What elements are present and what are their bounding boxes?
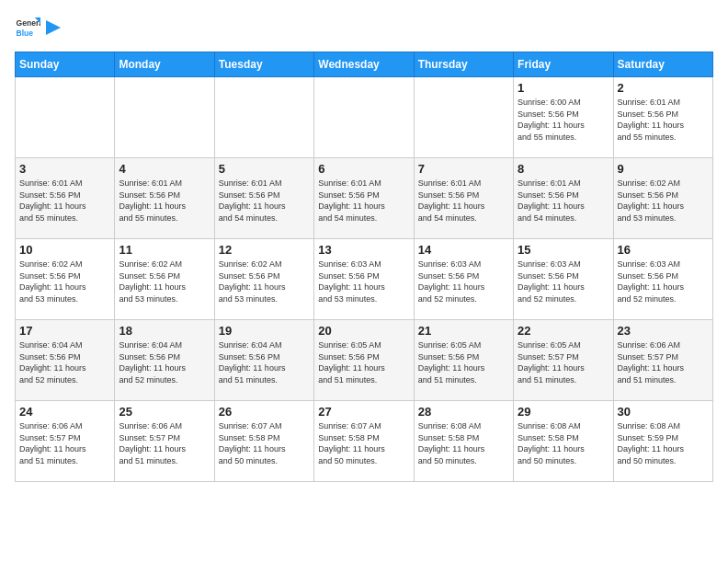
day-number: 14: [418, 243, 509, 257]
day-info: Sunrise: 6:02 AM Sunset: 5:56 PM Dayligh…: [119, 259, 210, 304]
calendar-day-cell: [414, 77, 513, 158]
day-number: 3: [19, 162, 110, 176]
day-number: 5: [219, 162, 310, 176]
logo-icon: General Blue: [15, 15, 40, 40]
day-info: Sunrise: 6:01 AM Sunset: 5:56 PM Dayligh…: [219, 178, 310, 224]
day-number: 21: [418, 324, 509, 338]
day-info: Sunrise: 6:00 AM Sunset: 5:56 PM Dayligh…: [518, 97, 609, 143]
calendar-day-cell: 29Sunrise: 6:08 AM Sunset: 5:58 PM Dayli…: [514, 401, 613, 482]
calendar-day-cell: 2Sunrise: 6:01 AM Sunset: 5:56 PM Daylig…: [613, 77, 712, 158]
calendar-day-cell: 20Sunrise: 6:05 AM Sunset: 5:56 PM Dayli…: [314, 320, 414, 401]
calendar-header: SundayMondayTuesdayWednesdayThursdayFrid…: [16, 52, 713, 77]
day-number: 27: [318, 405, 409, 419]
calendar-day-cell: 13Sunrise: 6:03 AM Sunset: 5:56 PM Dayli…: [314, 239, 414, 320]
weekday-row: SundayMondayTuesdayWednesdayThursdayFrid…: [16, 52, 713, 77]
calendar-day-cell: 9Sunrise: 6:02 AM Sunset: 5:56 PM Daylig…: [613, 158, 712, 239]
day-number: 29: [518, 405, 609, 419]
day-info: Sunrise: 6:06 AM Sunset: 5:57 PM Dayligh…: [119, 420, 210, 466]
day-number: 23: [618, 324, 709, 338]
calendar-day-cell: 16Sunrise: 6:03 AM Sunset: 5:56 PM Dayli…: [613, 239, 712, 320]
day-info: Sunrise: 6:05 AM Sunset: 5:56 PM Dayligh…: [418, 339, 509, 385]
calendar-day-cell: 5Sunrise: 6:01 AM Sunset: 5:56 PM Daylig…: [214, 158, 313, 239]
calendar-day-cell: 8Sunrise: 6:01 AM Sunset: 5:56 PM Daylig…: [514, 158, 613, 239]
day-number: 24: [19, 405, 110, 419]
day-info: Sunrise: 6:05 AM Sunset: 5:57 PM Dayligh…: [518, 339, 609, 385]
calendar-day-cell: 18Sunrise: 6:04 AM Sunset: 5:56 PM Dayli…: [115, 320, 214, 401]
weekday-header: Friday: [514, 52, 613, 77]
calendar-day-cell: 22Sunrise: 6:05 AM Sunset: 5:57 PM Dayli…: [514, 320, 613, 401]
calendar-week-row: 1Sunrise: 6:00 AM Sunset: 5:56 PM Daylig…: [16, 77, 713, 158]
day-info: Sunrise: 6:04 AM Sunset: 5:56 PM Dayligh…: [19, 339, 110, 385]
calendar-day-cell: 24Sunrise: 6:06 AM Sunset: 5:57 PM Dayli…: [16, 401, 115, 482]
calendar-day-cell: 17Sunrise: 6:04 AM Sunset: 5:56 PM Dayli…: [16, 320, 115, 401]
day-number: 13: [318, 243, 409, 257]
calendar-day-cell: 1Sunrise: 6:00 AM Sunset: 5:56 PM Daylig…: [514, 77, 613, 158]
weekday-header: Wednesday: [314, 52, 414, 77]
weekday-header: Monday: [115, 52, 214, 77]
calendar-day-cell: 21Sunrise: 6:05 AM Sunset: 5:56 PM Dayli…: [414, 320, 513, 401]
day-info: Sunrise: 6:02 AM Sunset: 5:56 PM Dayligh…: [618, 178, 709, 224]
day-number: 18: [119, 324, 210, 338]
logo: General Blue: [15, 15, 61, 40]
day-number: 15: [518, 243, 609, 257]
day-info: Sunrise: 6:01 AM Sunset: 5:56 PM Dayligh…: [119, 178, 210, 224]
day-info: Sunrise: 6:07 AM Sunset: 5:58 PM Dayligh…: [219, 420, 310, 466]
weekday-header: Thursday: [414, 52, 513, 77]
day-number: 30: [618, 405, 709, 419]
calendar-day-cell: [314, 77, 414, 158]
day-number: 4: [119, 162, 210, 176]
calendar-day-cell: 6Sunrise: 6:01 AM Sunset: 5:56 PM Daylig…: [314, 158, 414, 239]
svg-text:General: General: [17, 18, 40, 28]
weekday-header: Saturday: [613, 52, 712, 77]
calendar-day-cell: 12Sunrise: 6:02 AM Sunset: 5:56 PM Dayli…: [214, 239, 313, 320]
svg-marker-4: [46, 20, 61, 35]
day-info: Sunrise: 6:06 AM Sunset: 5:57 PM Dayligh…: [19, 420, 110, 466]
day-number: 6: [318, 162, 409, 176]
day-info: Sunrise: 6:02 AM Sunset: 5:56 PM Dayligh…: [219, 259, 310, 304]
day-info: Sunrise: 6:01 AM Sunset: 5:56 PM Dayligh…: [518, 178, 609, 224]
day-number: 9: [618, 162, 709, 176]
calendar-day-cell: 30Sunrise: 6:08 AM Sunset: 5:59 PM Dayli…: [613, 401, 712, 482]
day-number: 2: [618, 81, 709, 95]
day-info: Sunrise: 6:03 AM Sunset: 5:56 PM Dayligh…: [418, 259, 509, 304]
calendar-day-cell: 3Sunrise: 6:01 AM Sunset: 5:56 PM Daylig…: [16, 158, 115, 239]
calendar-body: 1Sunrise: 6:00 AM Sunset: 5:56 PM Daylig…: [16, 77, 713, 482]
day-number: 28: [418, 405, 509, 419]
day-number: 10: [19, 243, 110, 257]
calendar-day-cell: 27Sunrise: 6:07 AM Sunset: 5:58 PM Dayli…: [314, 401, 414, 482]
calendar-day-cell: 23Sunrise: 6:06 AM Sunset: 5:57 PM Dayli…: [613, 320, 712, 401]
calendar-day-cell: 10Sunrise: 6:02 AM Sunset: 5:56 PM Dayli…: [16, 239, 115, 320]
day-number: 12: [219, 243, 310, 257]
calendar-week-row: 24Sunrise: 6:06 AM Sunset: 5:57 PM Dayli…: [16, 401, 713, 482]
svg-text:Blue: Blue: [17, 29, 34, 38]
day-info: Sunrise: 6:01 AM Sunset: 5:56 PM Dayligh…: [318, 178, 409, 224]
day-number: 26: [219, 405, 310, 419]
day-info: Sunrise: 6:04 AM Sunset: 5:56 PM Dayligh…: [119, 339, 210, 385]
day-info: Sunrise: 6:06 AM Sunset: 5:57 PM Dayligh…: [618, 339, 709, 385]
calendar-table: SundayMondayTuesdayWednesdayThursdayFrid…: [15, 52, 713, 482]
day-info: Sunrise: 6:07 AM Sunset: 5:58 PM Dayligh…: [318, 420, 409, 466]
page-header: General Blue: [15, 15, 713, 40]
day-info: Sunrise: 6:01 AM Sunset: 5:56 PM Dayligh…: [418, 178, 509, 224]
calendar-day-cell: 19Sunrise: 6:04 AM Sunset: 5:56 PM Dayli…: [214, 320, 313, 401]
day-number: 16: [618, 243, 709, 257]
calendar-day-cell: 7Sunrise: 6:01 AM Sunset: 5:56 PM Daylig…: [414, 158, 513, 239]
calendar-day-cell: 28Sunrise: 6:08 AM Sunset: 5:58 PM Dayli…: [414, 401, 513, 482]
day-number: 17: [19, 324, 110, 338]
calendar-day-cell: 15Sunrise: 6:03 AM Sunset: 5:56 PM Dayli…: [514, 239, 613, 320]
calendar-day-cell: 11Sunrise: 6:02 AM Sunset: 5:56 PM Dayli…: [115, 239, 214, 320]
calendar-day-cell: 14Sunrise: 6:03 AM Sunset: 5:56 PM Dayli…: [414, 239, 513, 320]
day-number: 8: [518, 162, 609, 176]
day-info: Sunrise: 6:08 AM Sunset: 5:58 PM Dayligh…: [418, 420, 509, 466]
calendar-day-cell: 25Sunrise: 6:06 AM Sunset: 5:57 PM Dayli…: [115, 401, 214, 482]
calendar-week-row: 17Sunrise: 6:04 AM Sunset: 5:56 PM Dayli…: [16, 320, 713, 401]
day-info: Sunrise: 6:05 AM Sunset: 5:56 PM Dayligh…: [318, 339, 409, 385]
day-number: 22: [518, 324, 609, 338]
day-number: 19: [219, 324, 310, 338]
calendar-day-cell: 26Sunrise: 6:07 AM Sunset: 5:58 PM Dayli…: [214, 401, 313, 482]
day-info: Sunrise: 6:02 AM Sunset: 5:56 PM Dayligh…: [19, 259, 110, 304]
logo-triangle-icon: [46, 20, 61, 35]
day-info: Sunrise: 6:08 AM Sunset: 5:58 PM Dayligh…: [518, 420, 609, 466]
calendar-week-row: 10Sunrise: 6:02 AM Sunset: 5:56 PM Dayli…: [16, 239, 713, 320]
day-info: Sunrise: 6:08 AM Sunset: 5:59 PM Dayligh…: [618, 420, 709, 466]
